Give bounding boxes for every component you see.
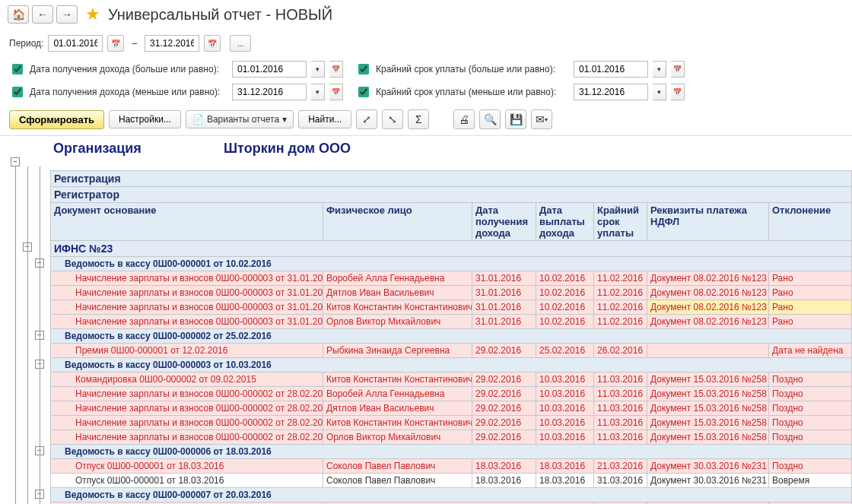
home-icon: 🏠 xyxy=(12,8,25,21)
table-row[interactable]: Отпуск 0Ш00-000001 от 18.03.2016Соколов … xyxy=(51,474,852,488)
filter4-calendar[interactable]: 📅 xyxy=(671,84,685,100)
table-row[interactable]: Начисление зарплаты и взносов 0Ш00-00000… xyxy=(51,387,852,401)
variants-label: Варианты отчета xyxy=(207,114,279,125)
table-row[interactable]: Ведомость в кассу 0Ш00-000001 от 10.02.2… xyxy=(51,257,852,271)
table-row[interactable]: Командировка 0Ш00-000002 от 09.02.2015Ки… xyxy=(51,372,852,387)
arrow-right-icon: → xyxy=(62,8,72,21)
table-row[interactable]: Начисление зарплаты и взносов 0Ш00-00000… xyxy=(51,401,852,416)
col-person: Физическое лицо xyxy=(323,203,472,241)
table-row[interactable]: ИФНС №23 xyxy=(51,241,852,257)
back-button[interactable]: ← xyxy=(32,5,53,24)
tool-save-button[interactable]: 💾 xyxy=(505,109,526,129)
period-from-calendar[interactable]: 📅 xyxy=(107,35,124,52)
period-from-input[interactable] xyxy=(48,35,103,52)
period-choose-button[interactable]: ... xyxy=(230,35,251,52)
filter3-input[interactable] xyxy=(232,84,307,100)
table-row[interactable]: Начисление зарплаты и взносов 0Ш00-00000… xyxy=(51,300,852,315)
tool-expand-button[interactable]: ⤢ xyxy=(356,109,377,129)
tool-mail-button[interactable]: ✉ ▾ xyxy=(531,109,552,129)
table-row[interactable]: Начисление зарплаты и взносов 0Ш00-00000… xyxy=(51,286,852,300)
period-to-input[interactable] xyxy=(145,35,199,52)
table-row[interactable]: Премия 0Ш00-000001 от 12.02.2016Рыбкина … xyxy=(51,344,852,358)
period-to-calendar[interactable]: 📅 xyxy=(204,35,221,52)
filter1-input[interactable] xyxy=(232,61,307,78)
filter3-calendar[interactable]: 📅 xyxy=(329,84,343,100)
filter2-checkbox[interactable] xyxy=(358,64,369,74)
filter2-input[interactable] xyxy=(574,61,648,78)
col-d3: Крайний срок уплаты xyxy=(594,203,647,241)
col-dev: Отклонение xyxy=(769,203,852,241)
period-label: Период: xyxy=(9,38,43,49)
org-label: Организация xyxy=(53,141,224,157)
home-button[interactable]: 🏠 xyxy=(8,5,29,24)
filter4-checkbox[interactable] xyxy=(358,87,369,97)
tree-toggle[interactable]: − xyxy=(11,157,20,166)
filter4-dropdown[interactable]: ▾ xyxy=(653,84,666,100)
col-doc: Документ основание xyxy=(51,203,323,241)
calendar-icon: 📅 xyxy=(208,40,217,48)
report-table: Регистрация Регистратор Документ основан… xyxy=(50,170,852,504)
table-row[interactable]: Ведомость в кассу 0Ш00-000002 от 25.02.2… xyxy=(51,329,852,344)
tool-sum-button[interactable]: Σ xyxy=(408,109,429,129)
table-row[interactable]: Начисление зарплаты и взносов 0Ш00-00000… xyxy=(51,315,852,329)
filter1-dropdown[interactable]: ▾ xyxy=(311,61,325,78)
table-row[interactable]: Отпуск 0Ш00-000001 от 18.03.2016Соколов … xyxy=(51,459,852,474)
report-icon: 📄 xyxy=(192,114,204,125)
filter4-input[interactable] xyxy=(574,84,648,100)
star-icon[interactable]: ★ xyxy=(85,5,100,24)
table-row[interactable]: Начисление зарплаты и взносов 0Ш00-00000… xyxy=(51,430,852,445)
tool-print-button[interactable]: 🖨 xyxy=(453,109,475,129)
filter3-label: Дата получения дохода (меньше или равно)… xyxy=(30,87,227,97)
filter3-dropdown[interactable]: ▾ xyxy=(311,84,325,100)
header-registrator: Регистратор xyxy=(51,187,852,203)
filter1-calendar[interactable]: 📅 xyxy=(329,61,343,78)
calendar-icon: 📅 xyxy=(111,40,120,48)
filter2-calendar[interactable]: 📅 xyxy=(671,61,685,78)
chevron-down-icon: ▾ xyxy=(282,114,287,125)
table-row[interactable]: Начисление зарплаты и взносов 0Ш00-00000… xyxy=(51,416,852,430)
filter2-label: Крайний срок уплаты (больше или равно): xyxy=(376,64,569,74)
col-d1: Дата получения дохода xyxy=(472,203,536,241)
arrow-left-icon: ← xyxy=(37,8,48,21)
generate-button[interactable]: Сформировать xyxy=(9,110,104,129)
settings-button[interactable]: Настройки... xyxy=(109,110,181,128)
filter1-checkbox[interactable] xyxy=(12,64,23,74)
forward-button[interactable]: → xyxy=(56,5,78,24)
find-button[interactable]: Найти... xyxy=(298,110,351,128)
table-row[interactable]: Ведомость в кассу 0Ш00-000003 от 10.03.2… xyxy=(51,358,852,372)
col-req: Реквизиты платежа НДФЛ xyxy=(647,203,769,241)
tool-collapse-button[interactable]: ⤡ xyxy=(382,109,403,129)
period-dash: – xyxy=(129,38,140,49)
page-title: Универсальный отчет - НОВЫЙ xyxy=(108,6,332,24)
table-row[interactable]: Ведомость в кассу 0Ш00-000007 от 20.03.2… xyxy=(51,488,852,502)
tool-preview-button[interactable]: 🔍 xyxy=(479,109,501,129)
outline-tree: −−−−−−−− xyxy=(9,136,50,504)
org-value: Шторкин дом ООО xyxy=(224,141,351,157)
table-row[interactable]: Начисление зарплаты и взносов 0Ш00-00000… xyxy=(51,271,852,286)
header-registration: Регистрация xyxy=(51,171,852,187)
table-row[interactable]: Ведомость в кассу 0Ш00-000006 от 18.03.2… xyxy=(51,445,852,459)
filter3-checkbox[interactable] xyxy=(12,87,23,97)
filter4-label: Крайний срок уплаты (меньше или равно): xyxy=(376,87,569,97)
col-d2: Дата выплаты дохода xyxy=(536,203,594,241)
filter2-dropdown[interactable]: ▾ xyxy=(653,61,666,78)
variants-button[interactable]: 📄 Варианты отчета ▾ xyxy=(186,110,294,128)
filter1-label: Дата получения дохода (больше или равно)… xyxy=(30,64,227,74)
